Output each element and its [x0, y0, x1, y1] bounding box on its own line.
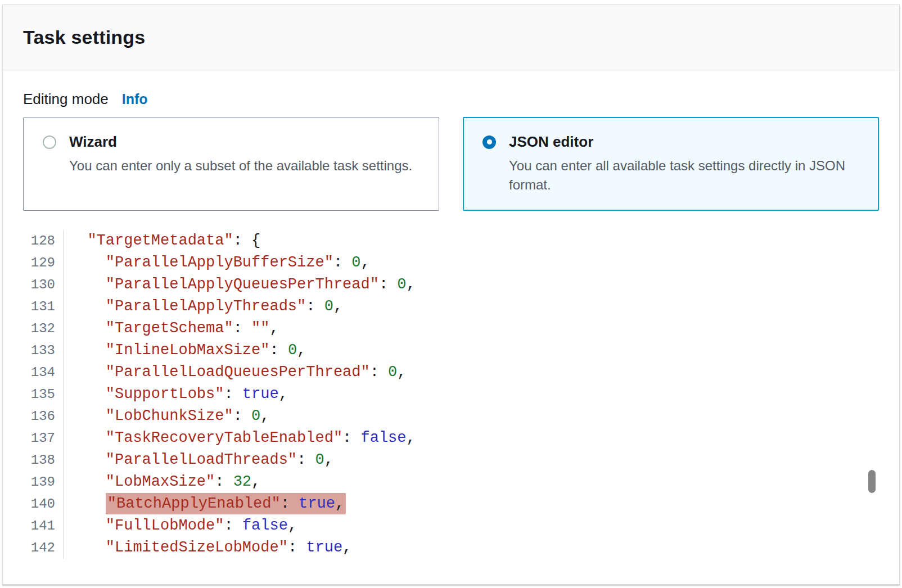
wizard-option-label: Wizard [69, 133, 117, 151]
code-line[interactable]: 139 "LobMaxSize": 32, [23, 471, 879, 493]
scrollbar-thumb[interactable] [868, 470, 876, 493]
info-link[interactable]: Info [122, 91, 148, 107]
line-number: 140 [23, 493, 64, 515]
code-line[interactable]: 142 "LimitedSizeLobMode": true, [23, 537, 879, 559]
highlighted-code: "BatchApplyEnabled": true, [106, 493, 346, 514]
code-line[interactable]: 137 "TaskRecoveryTableEnabled": false, [23, 427, 879, 449]
line-number: 133 [23, 340, 64, 361]
task-settings-card: Task settings Editing mode Info Wizard Y… [2, 4, 900, 585]
line-number: 128 [23, 230, 64, 252]
code-editor[interactable]: 128 "TargetMetadata": {129 "ParallelAppl… [23, 230, 879, 559]
line-number: 142 [23, 537, 64, 559]
page-title: Task settings [23, 26, 145, 48]
code-line[interactable]: 129 "ParallelApplyBufferSize": 0, [23, 252, 879, 274]
line-number: 138 [23, 449, 64, 471]
code-line[interactable]: 128 "TargetMetadata": { [23, 230, 879, 252]
code-line[interactable]: 140 "BatchApplyEnabled": true, [23, 493, 879, 515]
code-line[interactable]: 131 "ParallelApplyThreads": 0, [23, 296, 879, 318]
card-body: Editing mode Info Wizard You can enter o… [3, 91, 899, 559]
line-number: 131 [23, 296, 64, 318]
line-number: 137 [23, 427, 64, 449]
line-number: 130 [23, 274, 64, 296]
radio-selected-icon[interactable] [482, 135, 496, 149]
radio-unselected-icon[interactable] [43, 135, 56, 149]
line-number: 135 [23, 383, 64, 405]
code-line[interactable]: 136 "LobChunkSize": 0, [23, 405, 879, 427]
code-line[interactable]: 130 "ParallelApplyQueuesPerThread": 0, [23, 274, 879, 296]
json-editor-option-label: JSON editor [509, 133, 593, 151]
card-header: Task settings [3, 5, 899, 70]
code-line[interactable]: 134 "ParallelLoadQueuesPerThread": 0, [23, 361, 879, 383]
code-line[interactable]: 132 "TargetSchema": "", [23, 318, 879, 340]
task-settings-page: Task settings Editing mode Info Wizard Y… [0, 0, 902, 588]
line-number: 141 [23, 515, 64, 537]
line-number: 132 [23, 318, 64, 340]
wizard-option-description: You can enter only a subset of the avail… [69, 156, 422, 175]
json-editor-option-description: You can enter all available task setting… [509, 156, 862, 195]
line-number: 134 [23, 361, 64, 383]
code-line[interactable]: 133 "InlineLobMaxSize": 0, [23, 340, 879, 361]
line-number: 139 [23, 471, 64, 493]
line-number: 129 [23, 252, 64, 274]
code-line[interactable]: 135 "SupportLobs": true, [23, 383, 879, 405]
code-line[interactable]: 141 "FullLobMode": false, [23, 515, 879, 537]
editing-mode-label: Editing mode [23, 91, 109, 108]
editing-mode-tiles: Wizard You can enter only a subset of th… [23, 117, 879, 211]
wizard-option-tile[interactable]: Wizard You can enter only a subset of th… [23, 117, 439, 211]
line-number: 136 [23, 405, 64, 427]
editing-mode-row: Editing mode Info [23, 91, 879, 108]
json-editor-option-tile[interactable]: JSON editor You can enter all available … [463, 117, 879, 211]
code-line[interactable]: 138 "ParallelLoadThreads": 0, [23, 449, 879, 471]
